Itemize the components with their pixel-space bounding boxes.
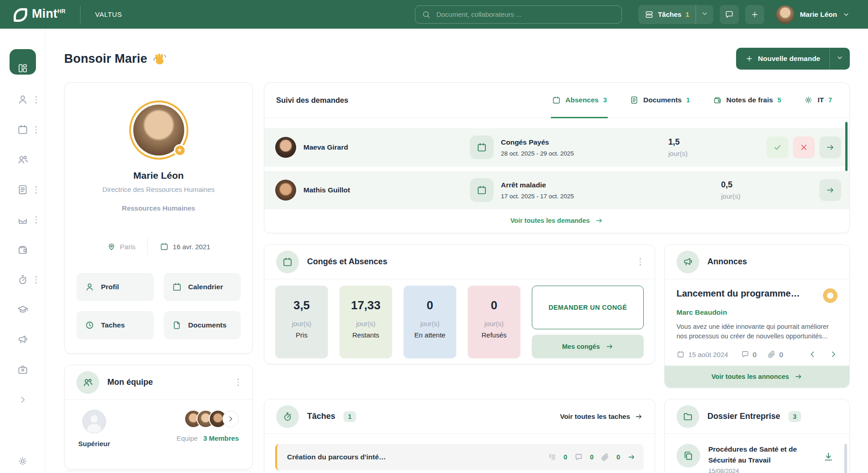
team-card: Mon équipe Supérieur <box>64 365 253 469</box>
prev-announcement-button[interactable] <box>808 350 817 358</box>
task-title: Création du parcours d'inté… <box>287 453 386 461</box>
document-icon <box>17 184 29 196</box>
tasks-chevron[interactable] <box>696 10 713 19</box>
my-leaves-button[interactable]: Mes congés <box>532 335 644 358</box>
folder-scrollbar[interactable] <box>844 444 847 473</box>
reject-button[interactable] <box>793 136 815 158</box>
users-icon <box>82 377 93 388</box>
tasks-button-label: Tâches <box>658 10 681 18</box>
quick-add-button[interactable] <box>745 5 764 24</box>
see-all-tasks-link[interactable]: Voir toutes les taches <box>560 413 643 421</box>
sidebar-profile-menu[interactable] <box>34 94 39 106</box>
approve-button[interactable] <box>767 136 788 158</box>
tasks-button[interactable]: Taches <box>76 311 154 339</box>
folder-icon-circle <box>676 405 699 428</box>
request-duration-unit: jour(s) <box>668 150 759 157</box>
greeting: Bonsoir Marie <box>64 52 167 66</box>
sidebar-calendar-menu[interactable] <box>34 124 39 136</box>
sidebar-inbox-menu[interactable] <box>34 214 39 226</box>
chat-icon <box>725 10 734 19</box>
user-menu[interactable]: Marie Léon <box>776 5 850 24</box>
global-search[interactable] <box>415 5 622 24</box>
check-icon <box>773 143 782 152</box>
request-duration: 1,5 <box>668 137 759 147</box>
next-card-stub <box>64 471 253 473</box>
calendar-icon <box>160 242 169 251</box>
request-dates: 28 oct. 2025 - 29 oct. 2025 <box>501 150 637 157</box>
chevron-down-icon <box>836 54 843 61</box>
team-card-menu[interactable] <box>236 377 241 388</box>
new-request-chevron[interactable] <box>830 54 850 63</box>
sidebar-item-documents[interactable] <box>0 175 45 205</box>
documents-button[interactable]: Documents <box>164 311 241 339</box>
star-badge-icon: ★ <box>174 144 186 156</box>
leaf-logo-icon <box>14 8 27 22</box>
new-request-button[interactable]: Nouvelle demande <box>736 48 850 70</box>
request-leave-button[interactable]: DEMANDER UN CONGÉ <box>532 286 644 329</box>
comment-icon <box>741 350 749 358</box>
open-task-arrow-icon[interactable] <box>627 453 636 461</box>
tasks-list-icon <box>645 10 654 19</box>
next-announcement-button[interactable] <box>829 350 838 358</box>
user-avatar[interactable] <box>776 5 794 24</box>
location-pin-icon <box>107 242 116 251</box>
close-icon <box>799 143 808 152</box>
sidebar-item-calendar[interactable] <box>0 115 45 145</box>
tab-it[interactable]: IT 7 <box>803 83 833 118</box>
sidebar-settings-button[interactable] <box>0 456 45 467</box>
topbar-divider <box>80 6 81 23</box>
employee-avatar <box>275 137 296 158</box>
tasks-card-title: Tâches <box>307 412 335 421</box>
team-expand-button[interactable] <box>222 411 239 427</box>
requests-card: Suivi des demandes Absences 3 Documents … <box>264 82 850 233</box>
tab-notes-de-frais[interactable]: Notes de frais 5 <box>712 83 782 118</box>
sidebar-item-time[interactable] <box>0 265 45 295</box>
document-row[interactable]: Procédures de Santé et de Sécurité au Tr… <box>665 434 849 473</box>
download-button[interactable] <box>823 451 834 464</box>
announcement-excerpt: Vous avez une idée innovante qui pourrai… <box>676 322 838 341</box>
messages-button[interactable] <box>720 5 739 24</box>
announcement-comments: 0 <box>741 350 757 358</box>
search-input[interactable] <box>436 10 615 18</box>
calendar-button[interactable]: Calendrier <box>164 273 241 301</box>
sidebar-item-expenses[interactable] <box>0 235 45 265</box>
sidebar-item-recruitment[interactable] <box>0 355 45 385</box>
folder-count-badge: 3 <box>788 411 801 422</box>
download-icon <box>823 451 834 462</box>
sidebar-item-announcements[interactable] <box>0 325 45 355</box>
gear-icon <box>17 456 28 467</box>
sidebar-item-team[interactable] <box>0 145 45 175</box>
leave-card-menu[interactable] <box>638 256 643 267</box>
task-row[interactable]: Création du parcours d'inté… 0 0 0 <box>275 444 644 470</box>
sidebar-item-training[interactable] <box>0 295 45 325</box>
see-all-requests-link[interactable]: Voir toutes les demandes <box>264 216 849 225</box>
calendar-icon <box>172 282 182 292</box>
document-date: 15/08/2024 <box>708 468 815 473</box>
waving-hand-emoji <box>153 52 167 65</box>
leave-card-title: Congés et Absences <box>307 257 387 267</box>
open-request-button[interactable] <box>819 179 841 201</box>
megaphone-icon <box>17 334 29 346</box>
see-all-announcements-link[interactable]: Voir toutes les annonces <box>665 366 849 387</box>
superior-block[interactable]: Supérieur <box>78 410 110 448</box>
sidebar-time-menu[interactable] <box>34 274 39 286</box>
tab-documents[interactable]: Documents 1 <box>629 83 691 118</box>
sidebar-item-dashboard[interactable] <box>0 49 45 75</box>
open-request-button[interactable] <box>819 136 841 158</box>
sidebar-documents-menu[interactable] <box>34 184 39 196</box>
employee-name: Maeva Girard <box>303 143 463 151</box>
folder-card-title: Dossier Entreprise <box>707 412 780 421</box>
superior-avatar-placeholder[interactable] <box>82 410 106 433</box>
sidebar-item-profile[interactable] <box>0 85 45 115</box>
sidebar-item-inbox[interactable] <box>0 205 45 235</box>
folder-icon <box>682 411 693 422</box>
page-title: Bonsoir Marie <box>64 52 147 66</box>
tasks-dropdown-button[interactable]: Tâches 1 <box>638 5 713 24</box>
profile-button[interactable]: Profil <box>76 273 154 301</box>
sidebar-expand-button[interactable] <box>0 385 45 415</box>
tab-absences[interactable]: Absences 3 <box>551 83 608 118</box>
requests-scrollbar[interactable] <box>845 122 848 171</box>
superior-label: Supérieur <box>78 440 110 448</box>
tasks-icon-circle <box>276 405 299 428</box>
arrow-right-icon <box>826 143 835 152</box>
